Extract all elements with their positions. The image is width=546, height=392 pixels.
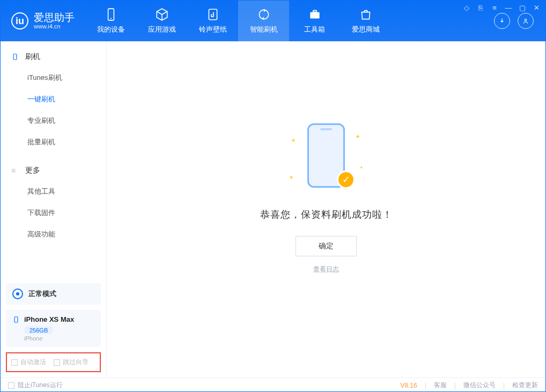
window-controls: ◇ ⎘ ≡ — ▢ ✕ — [462, 3, 541, 12]
sparkle-icon: ✦ — [289, 174, 294, 181]
sidebar-head-flash: 刷机 — [1, 49, 106, 67]
cube-icon — [155, 8, 169, 21]
mode-label: 正常模式 — [28, 289, 56, 299]
bag-icon — [359, 8, 373, 21]
refresh-gear-icon — [257, 8, 271, 21]
content-pane: ✦ ✦ ✦ • ✓ 恭喜您，保资料刷机成功啦！ 确定 查看日志 — [107, 41, 545, 378]
device-type: iPhone — [24, 335, 94, 342]
minimize-button[interactable]: — — [504, 3, 513, 12]
svg-rect-5 — [313, 10, 316, 12]
skin-icon[interactable]: ◇ — [462, 3, 471, 12]
menu-icon[interactable]: ≡ — [490, 3, 499, 12]
app-name-cn: 爱思助手 — [34, 12, 75, 24]
tab-smart-flash[interactable]: 智能刷机 — [238, 1, 289, 41]
success-illustration: ✦ ✦ ✦ • ✓ — [294, 123, 358, 193]
device-icon — [11, 53, 20, 61]
view-log-link[interactable]: 查看日志 — [313, 265, 339, 274]
feedback-icon[interactable]: ⎘ — [476, 3, 485, 12]
download-button[interactable] — [494, 13, 510, 29]
version-label: V8.16 — [400, 382, 417, 389]
account-button[interactable] — [518, 13, 534, 29]
status-bar: 阻止iTunes运行 V8.16 | 客服 | 微信公众号 | 检查更新 — [1, 378, 545, 392]
wechat-link[interactable]: 微信公众号 — [463, 381, 496, 390]
checkbox-icon — [54, 359, 60, 366]
sparkle-icon: ✦ — [291, 137, 296, 144]
sidebar-head-label: 更多 — [25, 166, 40, 175]
sidebar: 刷机 iTunes刷机 一键刷机 专业刷机 批量刷机 ≡ 更多 其他工具 下载固… — [1, 41, 107, 378]
separator: | — [503, 382, 505, 389]
svg-point-1 — [110, 18, 111, 19]
svg-rect-2 — [209, 9, 217, 20]
sidebar-item-pro-flash[interactable]: 专业刷机 — [1, 110, 106, 131]
svg-rect-4 — [310, 12, 319, 19]
logo-text: 爱思助手 www.i4.cn — [34, 12, 75, 30]
checkbox-skip-wizard[interactable]: 跳过向导 — [54, 358, 88, 367]
close-button[interactable]: ✕ — [532, 3, 541, 12]
tab-my-device[interactable]: 我的设备 — [85, 1, 136, 41]
svg-rect-7 — [13, 54, 17, 60]
phone-small-icon — [12, 316, 20, 323]
mode-icon — [12, 289, 23, 299]
tab-toolbox[interactable]: 工具箱 — [289, 1, 340, 41]
app-logo: iu 爱思助手 www.i4.cn — [1, 1, 85, 41]
sidebar-item-other-tools[interactable]: 其他工具 — [1, 181, 106, 202]
separator: | — [425, 382, 426, 389]
tab-label: 爱思商城 — [352, 25, 380, 34]
sparkle-icon: • — [360, 164, 363, 172]
status-right: V8.16 | 客服 | 微信公众号 | 检查更新 — [400, 381, 538, 390]
tab-ringtone-wallpaper[interactable]: 铃声壁纸 — [187, 1, 238, 41]
tab-label: 铃声壁纸 — [199, 25, 227, 34]
list-icon: ≡ — [11, 166, 20, 175]
tab-apps-games[interactable]: 应用游戏 — [136, 1, 187, 41]
sidebar-head-label: 刷机 — [25, 52, 40, 62]
device-card[interactable]: iPhone XS Max 256GB iPhone — [6, 310, 101, 347]
success-message: 恭喜您，保资料刷机成功啦！ — [260, 208, 393, 221]
sidebar-bottom: 正常模式 iPhone XS Max 256GB iPhone 自动激活 跳过向… — [1, 278, 106, 378]
sidebar-item-download-firmware[interactable]: 下载固件 — [1, 202, 106, 224]
mode-card[interactable]: 正常模式 — [6, 283, 101, 305]
checkbox-icon — [8, 382, 14, 389]
highlighted-checkbox-row: 自动激活 跳过向导 — [6, 352, 101, 372]
customer-service-link[interactable]: 客服 — [434, 381, 447, 390]
checkbox-icon — [11, 359, 18, 366]
device-name: iPhone XS Max — [24, 315, 74, 323]
phone-icon — [104, 8, 118, 21]
separator: | — [454, 382, 456, 389]
sidebar-head-more: ≡ 更多 — [1, 162, 106, 181]
checkbox-label: 跳过向导 — [63, 358, 88, 367]
device-capacity: 256GB — [24, 327, 53, 334]
title-bar: iu 爱思助手 www.i4.cn 我的设备 应用游戏 铃声壁纸 智能刷机 工具… — [1, 1, 545, 41]
check-update-link[interactable]: 检查更新 — [512, 381, 538, 390]
svg-point-6 — [525, 19, 527, 21]
tab-label: 智能刷机 — [250, 25, 278, 34]
sidebar-item-onekey-flash[interactable]: 一键刷机 — [1, 88, 106, 110]
checkbox-stop-itunes[interactable]: 阻止iTunes运行 — [8, 381, 63, 390]
sidebar-group-flash: 刷机 iTunes刷机 一键刷机 专业刷机 批量刷机 — [1, 41, 106, 155]
tab-label: 工具箱 — [304, 25, 325, 34]
main-area: 刷机 iTunes刷机 一键刷机 专业刷机 批量刷机 ≡ 更多 其他工具 下载固… — [1, 41, 545, 378]
sidebar-group-more: ≡ 更多 其他工具 下载固件 高级功能 — [1, 155, 106, 247]
sidebar-item-advanced[interactable]: 高级功能 — [1, 224, 106, 245]
svg-rect-8 — [14, 316, 18, 322]
sidebar-item-batch-flash[interactable]: 批量刷机 — [1, 131, 106, 153]
checkbox-label: 阻止iTunes运行 — [18, 381, 63, 390]
checkbox-label: 自动激活 — [20, 358, 46, 367]
music-file-icon — [206, 8, 220, 21]
checkbox-auto-activate[interactable]: 自动激活 — [11, 358, 46, 367]
confirm-button[interactable]: 确定 — [296, 236, 357, 256]
maximize-button[interactable]: ▢ — [518, 3, 527, 12]
tab-label: 我的设备 — [97, 25, 125, 34]
sidebar-item-itunes-flash[interactable]: iTunes刷机 — [1, 67, 106, 88]
sparkle-icon: ✦ — [355, 133, 360, 140]
app-name-en: www.i4.cn — [34, 23, 75, 29]
tab-label: 应用游戏 — [148, 25, 176, 34]
top-tabs: 我的设备 应用游戏 铃声壁纸 智能刷机 工具箱 爱思商城 — [85, 1, 482, 41]
tab-store[interactable]: 爱思商城 — [340, 1, 391, 41]
briefcase-icon — [308, 8, 322, 21]
check-badge-icon: ✓ — [337, 171, 355, 189]
logo-icon: iu — [11, 12, 28, 29]
